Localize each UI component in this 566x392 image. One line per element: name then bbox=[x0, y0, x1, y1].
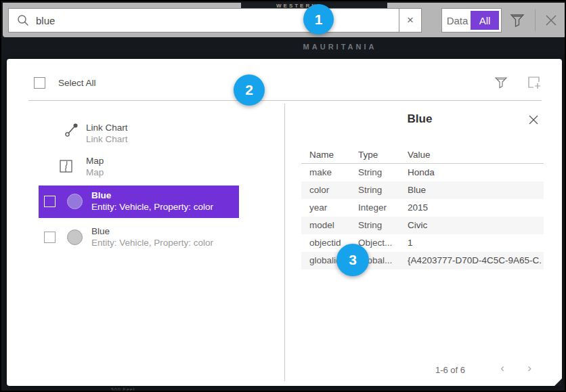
attr-name: color bbox=[309, 181, 357, 199]
table-row: make String Honda bbox=[301, 164, 544, 181]
panel-filter-icon[interactable] bbox=[494, 76, 508, 89]
panel-vertical-divider bbox=[284, 104, 285, 381]
app-window: MAURITANIA 500 Feet WESTERN × Data All 1 bbox=[0, 0, 566, 392]
detail-title: Blue bbox=[325, 112, 515, 126]
table-row: color String Blue bbox=[301, 181, 544, 199]
link-chart-icon bbox=[64, 123, 79, 137]
select-all-label: Select All bbox=[58, 78, 96, 88]
pagination-label: 1-6 of 6 bbox=[410, 365, 491, 375]
entity-circle-icon bbox=[67, 194, 83, 209]
map-country-label: MAURITANIA bbox=[286, 43, 394, 51]
attr-value: 1 bbox=[408, 234, 542, 252]
map-scale-text: 500 Feet bbox=[111, 387, 135, 392]
result-checkbox[interactable] bbox=[44, 196, 56, 207]
entity-circle-icon bbox=[67, 230, 83, 245]
attr-value: Blue bbox=[408, 181, 542, 199]
column-header-name: Name bbox=[309, 150, 334, 160]
detail-close-icon[interactable] bbox=[527, 113, 540, 127]
toolbar-filter-icon[interactable] bbox=[509, 12, 525, 28]
scope-all-option[interactable]: All bbox=[471, 11, 499, 30]
attr-type: String bbox=[358, 217, 406, 234]
attr-value: Honda bbox=[408, 164, 542, 181]
column-header-type: Type bbox=[358, 150, 378, 160]
result-title: Blue bbox=[91, 190, 111, 200]
search-icon bbox=[17, 14, 29, 26]
search-results-panel: Select All Link Chart Link Chart Map Map… bbox=[7, 59, 562, 386]
result-checkbox[interactable] bbox=[44, 232, 56, 243]
result-subtitle: Entity: Vehicle, Property: color bbox=[91, 202, 213, 212]
clear-search-button[interactable]: × bbox=[399, 8, 422, 32]
attr-type: String bbox=[358, 164, 406, 181]
result-title: Blue bbox=[91, 226, 110, 236]
search-input[interactable] bbox=[36, 15, 399, 26]
result-row-blue[interactable]: Blue Entity: Vehicle, Property: color bbox=[39, 221, 239, 254]
attr-type: String bbox=[358, 181, 406, 199]
step-badge-3: 3 bbox=[336, 244, 369, 276]
attr-name: model bbox=[309, 217, 357, 234]
attr-value: {A4203777-D70D-4C5C-9A65-C... bbox=[408, 252, 542, 269]
attr-type: Integer bbox=[358, 199, 406, 217]
panel-resize-corner[interactable] bbox=[554, 378, 562, 386]
attr-value: 2015 bbox=[408, 199, 542, 217]
toolbar-close-icon[interactable] bbox=[542, 11, 561, 30]
pagination-prev-button[interactable]: ‹ bbox=[496, 362, 509, 375]
attr-name: make bbox=[309, 164, 357, 181]
column-header-value: Value bbox=[408, 150, 431, 160]
attr-value: Civic bbox=[408, 217, 542, 234]
step-badge-1: 1 bbox=[303, 4, 334, 35]
attr-name: year bbox=[309, 199, 357, 217]
search-box[interactable] bbox=[8, 8, 399, 32]
result-subtitle-map: Map bbox=[86, 167, 104, 177]
panel-header-divider bbox=[28, 100, 542, 101]
pagination-next-button[interactable]: › bbox=[523, 362, 536, 375]
step-badge-2: 2 bbox=[234, 74, 265, 106]
search-scope-toggle: Data All bbox=[441, 8, 502, 32]
table-row: objectid Object... 1 bbox=[301, 234, 544, 252]
result-subtitle-link-chart: Link Chart bbox=[86, 134, 128, 144]
map-icon bbox=[60, 160, 72, 173]
search-toolbar: WESTERN × Data All bbox=[3, 3, 566, 37]
result-title-map[interactable]: Map bbox=[86, 156, 104, 166]
table-row: year Integer 2015 bbox=[301, 199, 544, 217]
scope-data-option[interactable]: Data bbox=[444, 11, 471, 30]
result-title-link-chart[interactable]: Link Chart bbox=[86, 123, 128, 133]
table-row: model String Civic bbox=[301, 217, 544, 234]
result-subtitle: Entity: Vehicle, Property: color bbox=[91, 238, 213, 248]
select-all-checkbox[interactable] bbox=[34, 77, 45, 89]
add-to-selection-icon[interactable] bbox=[527, 76, 542, 90]
toolbar-divider bbox=[535, 9, 536, 31]
result-row-blue-selected[interactable]: Blue Entity: Vehicle, Property: color bbox=[39, 186, 239, 218]
